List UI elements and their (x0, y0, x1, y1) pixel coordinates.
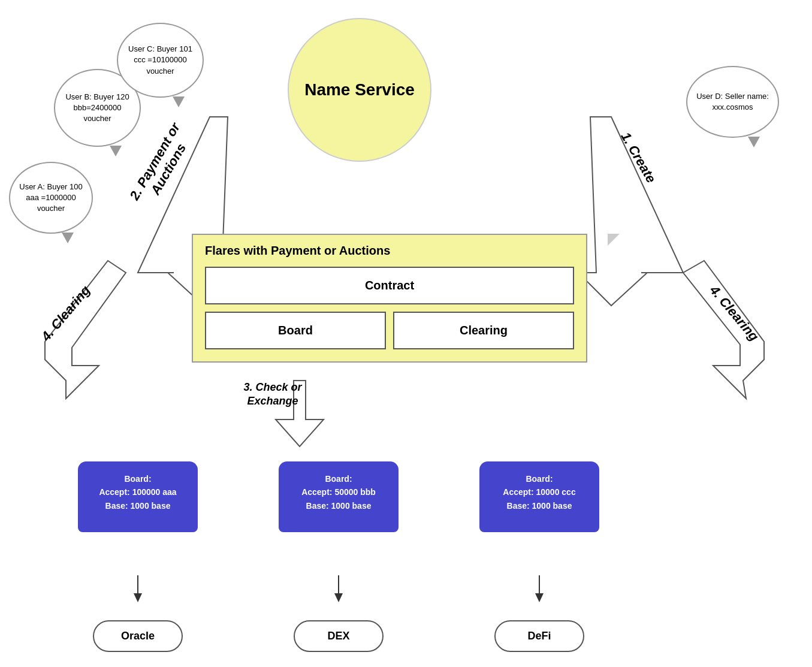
arrow-check-label: 3. Check or Exchange (225, 381, 321, 409)
arrow-create-label: 1. Create (608, 112, 669, 203)
bubble-user-c: User C: Buyer 101 ccc =10100000 voucher (117, 23, 204, 98)
svg-marker-8 (334, 593, 343, 602)
board-module-center: Board: Accept: 50000 bbb Base: 1000 base (279, 461, 399, 524)
svg-marker-10 (535, 593, 544, 602)
svg-marker-4 (276, 381, 324, 446)
board-module-right: Board: Accept: 10000 ccc Base: 1000 base (479, 461, 599, 524)
defi-oval: DeFi (494, 620, 584, 652)
board-box: Board (205, 312, 386, 349)
dex-oval: DEX (294, 620, 384, 652)
main-box-title: Flares with Payment or Auctions (205, 244, 574, 258)
svg-marker-3 (683, 261, 764, 399)
oracle-oval: Oracle (93, 620, 183, 652)
arrow-payment-label: 2. Payment or Auctions (124, 116, 199, 215)
main-box: Flares with Payment or Auctions Contract… (192, 234, 587, 363)
contract-box: Contract (205, 267, 574, 304)
board-left-cap (78, 521, 198, 532)
svg-marker-2 (578, 117, 683, 306)
arrow-clearing-right-label: 4. Clearing (698, 271, 771, 355)
svg-marker-6 (134, 593, 142, 602)
name-service-label: Name Service (304, 80, 415, 99)
corner-fold (608, 234, 620, 246)
diagram: Name Service User A: Buyer 100 aaa =1000… (0, 0, 812, 667)
clearing-box: Clearing (393, 312, 574, 349)
board-module-left: Board: Accept: 100000 aaa Base: 1000 bas… (78, 461, 198, 524)
svg-marker-1 (45, 261, 126, 399)
name-service-circle: Name Service (288, 18, 431, 162)
arrow-clearing-left-label: 4. Clearing (29, 271, 103, 355)
bubble-user-a: User A: Buyer 100 aaa =1000000 voucher (9, 162, 93, 234)
board-center-cap (279, 521, 399, 532)
bubble-user-d: User D: Seller name: xxx.cosmos (686, 66, 779, 138)
board-right-cap (479, 521, 599, 532)
